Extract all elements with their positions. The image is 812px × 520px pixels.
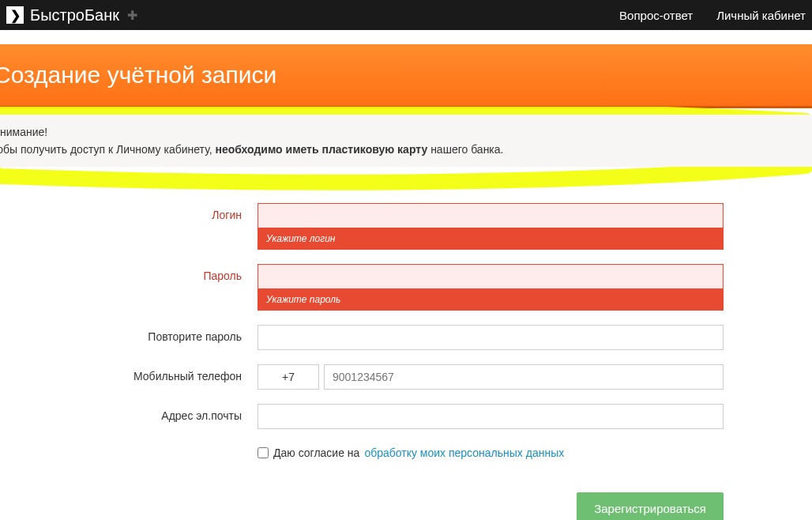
label-phone: Мобильный телефон: [0, 364, 258, 382]
submit-wrap: Зарегистрироваться: [258, 492, 724, 520]
page-title-band: Создание учётной записи: [0, 44, 812, 108]
notice-text: тобы получить доступ к Личному кабинету,…: [0, 143, 801, 156]
notice-text-before: тобы получить доступ к Личному кабинету,: [0, 143, 216, 156]
row-password: Пароль Укажите пароль: [0, 264, 725, 311]
registration-form: Логин Укажите логин Пароль Укажите парол…: [0, 203, 812, 520]
label-consent-spacer: [0, 443, 258, 449]
register-button[interactable]: Зарегистрироваться: [577, 492, 724, 520]
notice: нимание! тобы получить доступ к Личному …: [0, 115, 812, 167]
nav-faq[interactable]: Вопрос-ответ: [619, 9, 693, 22]
label-email: Адрес эл.почты: [0, 404, 258, 422]
consent-text: Даю согласие на: [273, 447, 359, 459]
password-input[interactable]: [258, 264, 724, 289]
notice-text-after: нашего банка.: [427, 143, 503, 156]
notice-text-bold: необходимо иметь пластиковую карту: [216, 143, 428, 156]
login-error: Укажите логин: [258, 228, 724, 250]
label-submit-spacer: [0, 473, 258, 479]
row-submit: Зарегистрироваться: [0, 473, 725, 520]
consent-block: Даю согласие на обработку моих персональ…: [258, 447, 724, 459]
phone-prefix: +7: [258, 364, 319, 390]
label-password-repeat: Повторите пароль: [0, 325, 258, 343]
field-email: [258, 404, 724, 429]
header: ❯ БыстроБанк ✚ Вопрос-ответ Личный кабин…: [0, 0, 812, 30]
page-title: Создание учётной записи: [0, 62, 812, 89]
logo[interactable]: ❯ БыстроБанк ✚: [6, 6, 137, 24]
row-password-repeat: Повторите пароль: [0, 325, 725, 350]
field-phone: +7: [258, 364, 724, 390]
logo-chevron-icon: ❯: [6, 6, 24, 24]
login-input[interactable]: [258, 203, 724, 228]
field-login: Укажите логин: [258, 203, 724, 250]
consent-checkbox[interactable]: [258, 447, 269, 458]
nav: Вопрос-ответ Личный кабинет: [619, 9, 806, 22]
row-email: Адрес эл.почты: [0, 404, 725, 429]
consent-link[interactable]: обработку моих персональных данных: [364, 447, 564, 459]
notice-title: нимание!: [0, 126, 801, 138]
plus-icon[interactable]: ✚: [127, 8, 137, 23]
field-password: Укажите пароль: [258, 264, 724, 311]
label-password: Пароль: [0, 264, 258, 282]
field-password-repeat: [258, 325, 724, 350]
label-login: Логин: [0, 203, 258, 221]
phone-input[interactable]: [324, 364, 724, 390]
row-consent: Даю согласие на обработку моих персональ…: [0, 443, 725, 459]
row-login: Логин Укажите логин: [0, 203, 725, 250]
logo-text: БыстроБанк: [30, 6, 119, 24]
password-repeat-input[interactable]: [258, 325, 724, 350]
password-error: Укажите пароль: [258, 289, 724, 311]
row-phone: Мобильный телефон +7: [0, 364, 725, 390]
notice-wrap: нимание! тобы получить доступ к Личному …: [0, 115, 812, 167]
nav-account[interactable]: Личный кабинет: [716, 9, 806, 22]
email-input[interactable]: [258, 404, 724, 429]
